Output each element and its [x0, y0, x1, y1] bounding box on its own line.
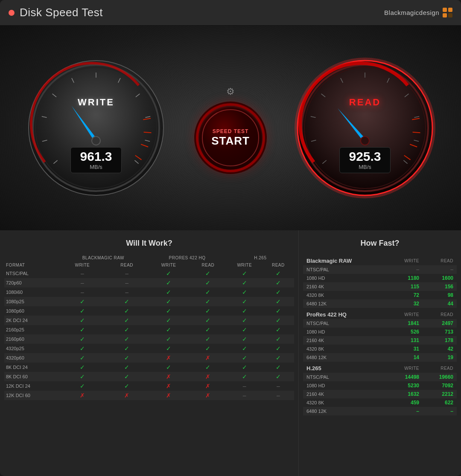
value-cell: ✓ [190, 287, 227, 297]
write-col-label: WRITE [388, 254, 423, 265]
write-readout: 961.3 MB/s [70, 147, 122, 173]
value-cell: ✓ [58, 381, 106, 391]
value-cell: – [58, 278, 106, 287]
format-cell: 1080p60 [4, 306, 58, 316]
how-fast-row: 1080 HD11801600 [303, 274, 457, 282]
brand-dot-3 [443, 13, 447, 17]
how-fast-row: 4320 8K459622 [303, 398, 457, 407]
write-col-label: WRITE [388, 362, 423, 373]
brand-dot-1 [443, 8, 447, 12]
value-cell: ✓ [227, 325, 263, 334]
read-value-cell: 7092 [423, 381, 457, 390]
value-cell: ✗ [148, 391, 190, 400]
codec-blackmagic: Blackmagic RAW [58, 254, 148, 261]
value-cell: ✓ [106, 334, 148, 344]
write-value-cell: 72 [388, 291, 423, 299]
format-cell: 8K DCI 24 [4, 363, 58, 372]
col-format [4, 254, 58, 261]
format-cell: 2K DCI 24 [4, 316, 58, 325]
value-cell: ✓ [227, 334, 263, 344]
value-cell: ✓ [227, 353, 263, 363]
format-cell: NTSC/PAL [4, 269, 58, 278]
value-cell: ✓ [190, 316, 227, 325]
write-value-cell: – [388, 407, 423, 415]
table-row: 1080p25✓✓✓✓✓✓ [4, 297, 294, 306]
write-value-cell: 1180 [388, 274, 423, 282]
value-cell: ✓ [227, 344, 263, 353]
value-cell: ✗ [190, 353, 227, 363]
write-gauge: WRITE 961.3 MB/s [26, 58, 166, 198]
write-value-cell: 32 [388, 299, 423, 308]
value-cell: – [227, 381, 263, 391]
read-value-cell: – [423, 265, 457, 274]
value-cell: ✓ [263, 316, 294, 325]
write-value-cell: 5230 [388, 381, 423, 390]
codec-label: H.265 [303, 362, 388, 373]
how-fast-row: NTSC/PAL18412497 [303, 319, 457, 328]
col-bm-read: READ [106, 261, 148, 269]
will-it-work-table: Blackmagic RAW ProRes 422 HQ H.265 FORMA… [4, 254, 294, 400]
read-col-label: READ [423, 308, 457, 319]
codec-header-row: H.265WRITEREAD [303, 362, 457, 373]
read-value-cell: 622 [423, 398, 457, 407]
read-value-cell: 42 [423, 345, 457, 353]
gauge-section: WRITE 961.3 MB/s ⚙ SPEED TEST START [0, 26, 461, 230]
resolution-cell: 6480 12K [303, 353, 388, 362]
value-cell: ✓ [58, 334, 106, 344]
read-value-cell: 1600 [423, 274, 457, 282]
codec-header-row: Blackmagic RAWWRITEREAD [303, 254, 457, 265]
resolution-cell: 4320 8K [303, 345, 388, 353]
value-cell: ✓ [106, 381, 148, 391]
write-value-cell: 1632 [388, 390, 423, 398]
write-gauge-container: WRITE 961.3 MB/s [26, 58, 166, 198]
app-window: Disk Speed Test Blackmagicdesign [0, 0, 461, 476]
value-cell: ✓ [106, 306, 148, 316]
value-cell: ✓ [106, 372, 148, 381]
value-cell: ✓ [227, 278, 263, 287]
value-cell: ✓ [227, 363, 263, 372]
value-cell: ✓ [190, 278, 227, 287]
col-h265-read: READ [263, 261, 294, 269]
value-cell: ✓ [148, 344, 190, 353]
value-cell: – [227, 391, 263, 400]
value-cell: ✓ [58, 306, 106, 316]
read-value-cell: – [423, 407, 457, 415]
how-fast-panel: How Fast? Blackmagic RAWWRITEREADNTSC/PA… [299, 230, 461, 476]
write-value: 961.3 [78, 150, 114, 163]
close-button[interactable] [9, 10, 15, 16]
table-row: 2160p60✓✓✓✓✓✓ [4, 334, 294, 344]
read-value-cell: 713 [423, 328, 457, 336]
value-cell: ✓ [263, 363, 294, 372]
read-col-label: READ [423, 362, 457, 373]
start-button[interactable]: SPEED TEST START [198, 106, 263, 170]
gear-icon[interactable]: ⚙ [226, 86, 235, 97]
value-cell: ✓ [227, 297, 263, 306]
how-fast-row: 4320 8K3142 [303, 345, 457, 353]
resolution-cell: NTSC/PAL [303, 265, 388, 274]
how-fast-row: NTSC/PAL–– [303, 265, 457, 274]
start-button-container: ⚙ SPEED TEST START [198, 86, 263, 170]
value-cell: ✓ [106, 344, 148, 353]
value-cell: ✓ [106, 325, 148, 334]
value-cell: – [106, 278, 148, 287]
data-section: Will It Work? Blackmagic RAW ProRes 422 … [0, 230, 461, 476]
value-cell: ✓ [263, 297, 294, 306]
value-cell: ✓ [148, 325, 190, 334]
value-cell: ✗ [148, 372, 190, 381]
write-value-cell: 14 [388, 353, 423, 362]
start-button-line2: START [211, 134, 250, 148]
format-cell: 2160p60 [4, 334, 58, 344]
brand-dot-4 [448, 13, 452, 17]
value-cell: ✓ [263, 353, 294, 363]
value-cell: – [263, 381, 294, 391]
value-cell: ✓ [190, 306, 227, 316]
how-fast-row: 2160 4K131178 [303, 336, 457, 345]
table-row: 8K DCI 60✓✓✗✗✓✓ [4, 372, 294, 381]
resolution-cell: NTSC/PAL [303, 373, 388, 381]
value-cell: ✗ [148, 353, 190, 363]
table-row: 720p60––✓✓✓✓ [4, 278, 294, 287]
value-cell: ✓ [106, 297, 148, 306]
value-cell: ✓ [263, 278, 294, 287]
how-fast-row: 1080 HD526713 [303, 328, 457, 336]
resolution-cell: 2160 4K [303, 336, 388, 345]
